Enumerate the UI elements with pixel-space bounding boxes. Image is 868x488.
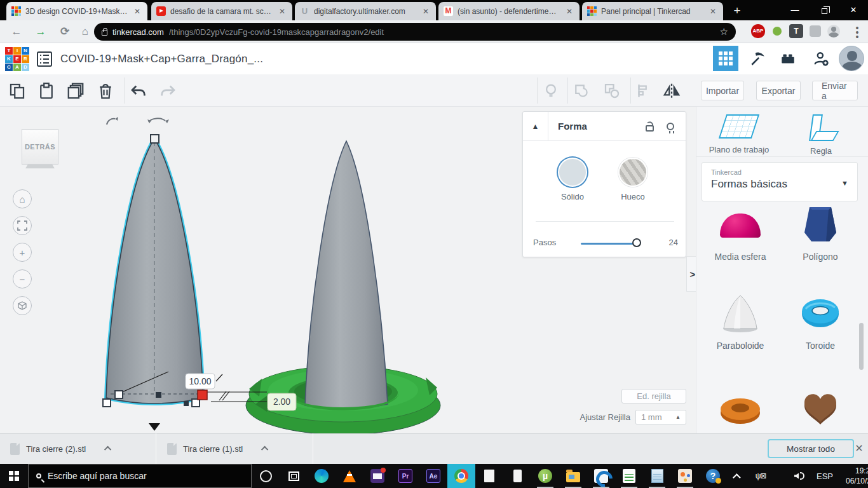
tab-close-icon[interactable]: ✕ [708, 6, 718, 17]
home-icon[interactable]: ⌂ [78, 24, 93, 39]
browser-tab-3[interactable]: U digitalfactory.ultimaker.com ✕ [295, 2, 436, 20]
tab-close-icon[interactable]: ✕ [421, 6, 431, 17]
duplicate-button[interactable] [66, 81, 85, 100]
taskbar-aftereffects[interactable]: Ae [419, 464, 447, 488]
shape-item-ring[interactable] [701, 389, 780, 428]
solid-swatch[interactable] [558, 158, 587, 187]
tab-close-icon[interactable]: ✕ [277, 6, 287, 17]
rotate-handle-icons[interactable] [107, 117, 169, 125]
tray-volume-button[interactable] [788, 464, 811, 488]
group-button[interactable] [572, 81, 591, 100]
zoom-out-button[interactable]: − [13, 269, 32, 288]
cone-model-selected[interactable] [106, 139, 203, 403]
hollow-swatch[interactable] [618, 158, 648, 187]
close-button[interactable]: ✕ [839, 0, 868, 20]
paste-button[interactable] [37, 81, 56, 100]
zoom-in-button[interactable]: + [13, 243, 32, 262]
shape-item-torus[interactable]: Toroide [781, 294, 860, 351]
solid-option[interactable]: Sólido [558, 158, 587, 201]
steps-slider-track[interactable] [581, 243, 637, 245]
profile-icon[interactable] [827, 25, 840, 37]
collapse-panel-button[interactable]: ▲ [523, 112, 548, 141]
tinkercad-logo[interactable]: T I N K E R C A D [5, 47, 29, 71]
back-icon[interactable]: ← [9, 24, 24, 39]
t-extension-icon[interactable]: T [789, 24, 803, 38]
show-all-downloads-button[interactable]: Mostrar todo [768, 439, 854, 458]
home-view-button[interactable]: ⌂ [13, 189, 32, 208]
shape-library-dropdown[interactable]: Tinkercad Formas básicas ▼ [702, 162, 858, 201]
address-bar[interactable]: tinkercad.com /things/0D2ypVczuFg-covid-… [94, 23, 736, 41]
green-dot-extension-icon[interactable] [773, 27, 782, 36]
taskbar-document[interactable] [475, 464, 503, 488]
bookmark-star-icon[interactable]: ☆ [720, 26, 728, 37]
taskbar-vlc[interactable] [336, 464, 363, 488]
reload-icon[interactable]: ⟳ [57, 24, 72, 39]
task-view-button[interactable] [280, 464, 308, 488]
active-scale-handle[interactable] [198, 390, 207, 400]
shape-item-half-sphere[interactable]: Media esfera [701, 205, 780, 262]
restore-button[interactable] [810, 0, 839, 20]
hollow-option[interactable]: Hueco [618, 158, 648, 201]
taskbar-utorrent[interactable]: µ [531, 464, 559, 488]
taskbar-notepad[interactable] [643, 464, 671, 488]
properties-menu-icon[interactable] [37, 51, 52, 67]
copy-button[interactable] [8, 81, 27, 100]
export-button[interactable]: Exportar [756, 81, 801, 100]
edit-grid-button[interactable]: Ed. rejilla [621, 389, 686, 403]
taskbar-chrome-active[interactable] [447, 464, 475, 488]
adblock-extension-icon[interactable]: ABP [751, 24, 765, 38]
perspective-button[interactable] [13, 296, 32, 315]
puzzle-extension-icon[interactable] [810, 25, 821, 37]
brick-export-button[interactable] [775, 46, 801, 71]
blocks-view-button[interactable] [713, 46, 738, 71]
steps-slider-handle[interactable] [632, 238, 641, 247]
import-button[interactable]: Importar [701, 81, 744, 100]
taskbar-clock[interactable]: 19:23 06/10/2020 [839, 464, 868, 488]
avatar[interactable] [839, 46, 864, 71]
chevron-up-icon[interactable] [261, 446, 268, 453]
view-cube[interactable]: DETRÁS [22, 129, 58, 165]
tray-usb-button[interactable]: ψ⊠ [749, 464, 773, 488]
close-downloads-icon[interactable]: ✕ [853, 442, 865, 455]
taskbar-phone[interactable] [503, 464, 531, 488]
unlock-icon[interactable] [646, 125, 654, 132]
fit-view-button[interactable] [13, 216, 32, 235]
browser-tab-1[interactable]: 3D design COVID-19+Mask+C ✕ [6, 2, 147, 20]
cone-model-right[interactable] [305, 141, 388, 409]
language-indicator[interactable]: ESP [811, 464, 839, 488]
undo-button[interactable] [129, 81, 148, 100]
taskbar-paint[interactable] [671, 464, 699, 488]
forward-icon[interactable]: → [33, 24, 48, 39]
chevron-up-icon[interactable] [104, 446, 111, 453]
send-to-button[interactable]: Enviar a [812, 81, 858, 100]
ruler-tool[interactable]: Regla [783, 114, 859, 156]
align-button[interactable] [634, 81, 653, 100]
browser-tab-4[interactable]: M (sin asunto) - defendertime4@ ✕ [438, 2, 580, 20]
design-title[interactable]: COVID-19+Mask+Cap+Garra_Dragón_... [60, 53, 263, 65]
dim-height-label[interactable]: 2.00 [268, 393, 296, 410]
tab-close-icon[interactable]: ✕ [132, 6, 142, 17]
taskbar-edge[interactable] [308, 464, 336, 488]
browser-menu-icon[interactable]: ••• [853, 26, 862, 39]
download-item-1[interactable]: Tira cierre (2).stl [0, 433, 156, 464]
taskbar-spreadsheet[interactable] [615, 464, 643, 488]
ungroup-button[interactable] [602, 81, 621, 100]
taskbar-mail[interactable] [363, 464, 391, 488]
sidebar-scrollbar[interactable] [859, 323, 864, 370]
taskbar-premiere[interactable]: Pr [391, 464, 419, 488]
shape-item-heart[interactable] [781, 389, 860, 428]
visibility-bulb-icon[interactable] [667, 123, 674, 130]
share-button[interactable] [808, 46, 834, 71]
move-down-arrow-handle[interactable] [149, 423, 160, 431]
shape-item-polygon[interactable]: Polígono [781, 205, 860, 262]
minimize-button[interactable]: — [780, 0, 810, 20]
workplane-tool[interactable]: Plano de trabajo [701, 114, 777, 154]
snap-grid-select[interactable]: 1 mm ▲ [635, 410, 686, 424]
cortana-button[interactable] [252, 464, 280, 488]
delete-button[interactable] [96, 81, 115, 100]
browser-tab-2[interactable]: desafio de la camara mt. scara ✕ [151, 2, 292, 20]
new-tab-button[interactable]: + [728, 3, 746, 20]
tray-expand-button[interactable] [727, 464, 749, 488]
taskbar-search[interactable]: Escribe aquí para buscar [28, 464, 252, 488]
download-item-2[interactable]: Tira cierre (1).stl [157, 433, 313, 464]
